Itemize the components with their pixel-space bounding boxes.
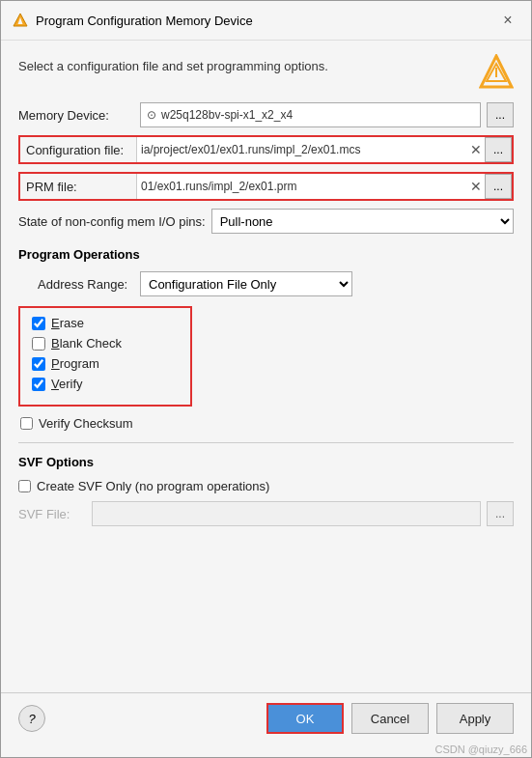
svf-file-input	[92, 501, 481, 526]
dialog-body: Select a configuration file and set prog…	[1, 41, 531, 692]
config-file-label: Configuration file:	[26, 143, 124, 157]
blank-check-label: Blank Check	[51, 336, 122, 351]
verify-checksum-row: Verify Checksum	[18, 416, 514, 431]
memory-device-label: Memory Device:	[18, 108, 134, 123]
io-pins-label: State of non-config mem I/O pins:	[18, 214, 206, 229]
verify-label: Verify	[51, 377, 83, 391]
svf-file-browse-button[interactable]: ...	[487, 501, 514, 526]
cancel-button[interactable]: Cancel	[351, 703, 429, 734]
ok-button[interactable]: OK	[266, 703, 344, 734]
program-checkbox[interactable]	[32, 357, 45, 371]
dialog-footer: ? OK Cancel Apply	[1, 692, 531, 744]
erase-checkbox[interactable]	[32, 317, 45, 330]
svf-file-label: SVF File:	[18, 507, 86, 521]
title-bar: Program Configuration Memory Device ×	[1, 1, 531, 41]
io-pins-row: State of non-config mem I/O pins: Pull-n…	[18, 209, 514, 234]
erase-checkbox-row: Erase	[32, 316, 179, 330]
watermark-text: CSDN @qiuzy_666	[1, 744, 531, 757]
address-range-select[interactable]: Configuration File Only Entire Flash	[140, 271, 352, 296]
config-file-browse-button[interactable]: ...	[485, 137, 512, 162]
subtitle-text: Select a configuration file and set prog…	[18, 59, 328, 73]
prm-file-value: 01/ex01.runs/impl_2/ex01.prm	[137, 180, 467, 193]
operations-box: Erase Blank Check Program Verify	[18, 306, 192, 407]
create-svf-label: Create SVF Only (no program operations)	[37, 479, 269, 493]
prm-file-clear-button[interactable]: ✕	[467, 180, 485, 193]
memory-device-browse-button[interactable]: ...	[487, 102, 514, 127]
create-svf-checkbox[interactable]	[18, 480, 31, 492]
verify-checksum-checkbox[interactable]	[20, 417, 33, 430]
memory-device-input: ⊙ w25q128bv-spi-x1_x2_x4	[140, 102, 481, 127]
erase-label: Erase	[51, 316, 84, 330]
memory-device-value: w25q128bv-spi-x1_x2_x4	[161, 108, 293, 122]
close-button[interactable]: ×	[496, 9, 519, 32]
address-range-row: Address Range: Configuration File Only E…	[18, 271, 514, 296]
svf-options-header: SVF Options	[18, 455, 514, 469]
verify-checksum-label: Verify Checksum	[39, 416, 133, 431]
svf-section: Create SVF Only (no program operations) …	[18, 479, 514, 526]
address-range-label: Address Range:	[38, 277, 134, 292]
memory-device-icon: ⊙	[147, 108, 156, 122]
app-logo	[479, 54, 514, 93]
verify-checkbox-row: Verify	[32, 377, 179, 391]
prm-file-label: PRM file:	[26, 180, 77, 194]
blank-check-checkbox-row: Blank Check	[32, 336, 179, 351]
section-divider	[18, 442, 514, 443]
io-pins-select[interactable]: Pull-none Pull-up Pull-down Float	[211, 209, 514, 234]
memory-device-row: Memory Device: ⊙ w25q128bv-spi-x1_x2_x4 …	[18, 102, 514, 127]
program-label: Program	[51, 356, 99, 371]
dialog-title: Program Configuration Memory Device	[36, 14, 253, 28]
dialog: Program Configuration Memory Device × Se…	[0, 0, 532, 758]
config-file-row: Configuration file: ia/project/ex01/ex01…	[18, 135, 514, 164]
dialog-icon	[13, 13, 28, 28]
config-file-value: ia/project/ex01/ex01.runs/impl_2/ex01.mc…	[137, 143, 467, 156]
program-operations-header: Program Operations	[18, 247, 514, 262]
help-button[interactable]: ?	[18, 705, 45, 732]
svf-file-row: SVF File: ...	[18, 501, 514, 526]
prm-file-browse-button[interactable]: ...	[485, 174, 512, 199]
create-svf-row: Create SVF Only (no program operations)	[18, 479, 514, 493]
blank-check-checkbox[interactable]	[32, 337, 45, 351]
config-file-clear-button[interactable]: ✕	[467, 143, 485, 156]
prm-file-row: PRM file: 01/ex01.runs/impl_2/ex01.prm ✕…	[18, 172, 514, 201]
verify-checkbox[interactable]	[32, 378, 45, 391]
apply-button[interactable]: Apply	[436, 703, 514, 734]
program-checkbox-row: Program	[32, 356, 179, 371]
